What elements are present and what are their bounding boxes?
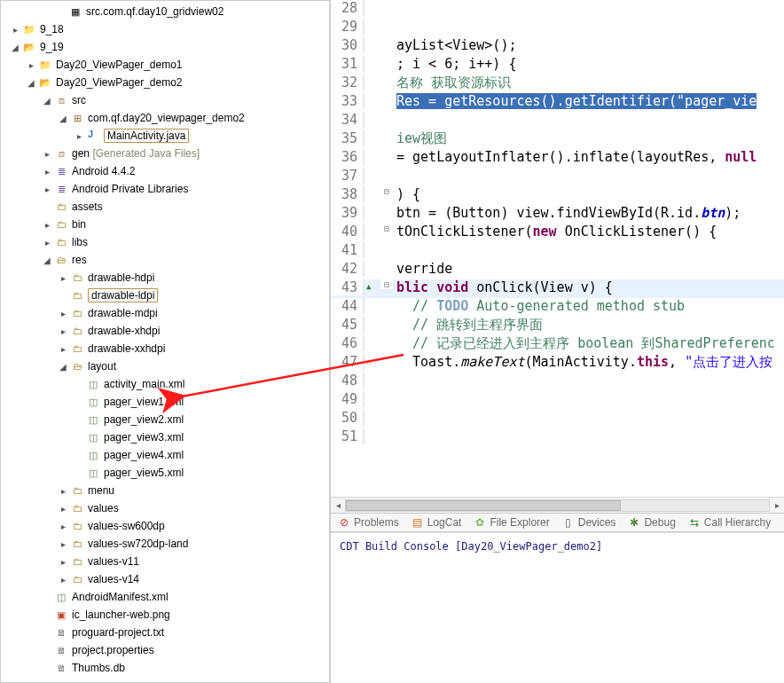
expand-icon[interactable]: ▸ [56, 324, 70, 338]
fold-icon[interactable]: ⊟ [380, 186, 393, 196]
code-line[interactable]: Toast.makeText(MainActivity.this, "点击了进入… [393, 354, 784, 371]
collapse-icon[interactable]: ◢ [24, 75, 38, 90]
collapse-icon[interactable]: ◢ [40, 253, 54, 267]
tree-item[interactable]: ▸ 🗀 drawable-hdpi [1, 269, 329, 287]
code-line[interactable]: verride [393, 261, 784, 277]
tree-item[interactable]: ▸ ◫ activity_main.xml [1, 375, 329, 393]
console-view[interactable]: CDT Build Console [Day20_ViewPager_demo2… [331, 532, 784, 683]
tree-item-pager-view1[interactable]: ▸ ◫ pager_view1.xml [1, 393, 329, 411]
expand-icon[interactable]: ▸ [40, 235, 54, 249]
expand-icon[interactable]: ▸ [72, 129, 86, 143]
code-editor[interactable]: 28 29 30ayList<View>(); 31; i < 6; i++) … [331, 0, 784, 513]
tree-item[interactable]: ▸ 🗀 drawable-mdpi [1, 304, 329, 322]
tab-logcat[interactable]: ▤LogCat [412, 516, 462, 529]
tree-item[interactable]: ◢ 📂 Day20_ViewPager_demo2 [1, 74, 329, 91]
tree-item-drawable-ldpi[interactable]: ▸ 🗀 drawable-ldpi [1, 287, 329, 304]
tree-label: com.qf.day20_viewpager_demo2 [88, 112, 245, 124]
code-line[interactable]: = getLayoutInflater().inflate(layoutRes,… [393, 149, 784, 165]
tree-item-main-activity[interactable]: ▸ MainActivity.java [1, 127, 329, 145]
tab-debug[interactable]: ✱Debug [628, 516, 675, 529]
scrollbar-thumb[interactable] [346, 500, 621, 511]
tree-item[interactable]: ◢ ⧈ src [1, 91, 329, 109]
tree-item[interactable]: ▸ 🗀 bin [1, 216, 329, 233]
code-line[interactable]: 名称 获取资源标识 [393, 75, 784, 91]
tab-call-hierarchy[interactable]: ⇆Call Hierarchy [688, 516, 771, 529]
collapse-icon[interactable]: ◢ [56, 359, 70, 373]
tree-label: res [72, 254, 87, 266]
tree-item[interactable]: ◢ 📂 9_19 [1, 38, 329, 56]
tree-item[interactable]: ▸ 📁 9_18 [1, 20, 329, 38]
expand-icon[interactable]: ▸ [40, 217, 54, 232]
project-explorer[interactable]: ▸ ▦ src.com.qf.day10_gridview02 ▸ 📁 9_18… [0, 0, 330, 683]
scroll-right-icon[interactable]: ▸ [770, 500, 784, 510]
xml-file-icon: ◫ [86, 430, 100, 444]
expand-icon[interactable]: ▸ [40, 164, 54, 178]
collapse-icon[interactable]: ◢ [40, 93, 54, 107]
tree-item[interactable]: ▸ 🗀 values-sw720dp-land [1, 535, 329, 553]
expand-icon[interactable]: ▸ [56, 483, 70, 498]
expand-icon[interactable]: ▸ [56, 271, 70, 285]
line-number: 34 [331, 112, 365, 128]
tree-item[interactable]: ▸ 🗀 libs [1, 233, 329, 251]
tree-item[interactable]: ▸ 🗀 values [1, 499, 329, 517]
fold-icon[interactable]: ⊟ [380, 224, 393, 233]
expand-icon[interactable]: ▸ [8, 22, 22, 36]
tab-devices[interactable]: ▯Devices [562, 516, 616, 529]
tree-item[interactable]: ▸ 🗀 values-sw600dp [1, 517, 329, 535]
code-line[interactable]: btn = (Button) view.findViewById(R.id.bt… [393, 205, 784, 221]
tree-item[interactable]: ◢ 🗁 layout [1, 357, 329, 375]
code-line[interactable]: ; i < 6; i++) { [393, 56, 784, 72]
tree-item[interactable]: ▸ 🗎 proguard-project.txt [1, 624, 329, 641]
tree-item[interactable]: ▸ ⧈ gen [Generated Java Files] [1, 145, 329, 162]
expand-icon[interactable]: ▸ [40, 182, 54, 196]
code-line-selected[interactable]: Res = getResources().getIdentifier("page… [393, 93, 784, 109]
expand-icon[interactable]: ▸ [56, 554, 70, 569]
expand-icon[interactable]: ▸ [56, 342, 70, 356]
tree-item[interactable]: ◢ 🗁 res [1, 251, 329, 269]
tree-item[interactable]: ▸ ≣ Android 4.4.2 [1, 162, 329, 180]
folder-icon: 🗀 [70, 501, 84, 515]
expand-icon[interactable]: ▸ [56, 572, 70, 586]
tree-item[interactable]: ▸ 🗀 values-v11 [1, 553, 329, 570]
tab-file-explorer[interactable]: ✿File Explorer [474, 516, 549, 529]
expand-icon[interactable]: ▸ [56, 501, 70, 515]
tree-item[interactable]: ▸ 🗀 menu [1, 482, 329, 499]
tree-item[interactable]: ▸ ◫ pager_view4.xml [1, 446, 329, 464]
code-line[interactable]: // TODO Auto-generated method stub [393, 298, 784, 314]
tree-item[interactable]: ◢ ⊞ com.qf.day20_viewpager_demo2 [1, 109, 329, 127]
tree-item[interactable]: ▸ 🗀 drawable-xhdpi [1, 322, 329, 340]
folder-icon: 🗀 [70, 342, 84, 356]
tree-item[interactable]: ▸ 🗀 values-v14 [1, 570, 329, 588]
tree-item[interactable]: ▸ ◫ pager_view2.xml [1, 411, 329, 428]
tree-item[interactable]: ▸ 🗀 drawable-xxhdpi [1, 340, 329, 357]
tree-item[interactable]: ▸ 🗎 Thumbs.db [1, 659, 329, 677]
expand-icon[interactable]: ▸ [24, 58, 38, 72]
code-line[interactable]: ayList<View>(); [393, 37, 784, 53]
expand-icon[interactable]: ▸ [56, 306, 70, 320]
code-line[interactable]: // 记录已经进入到主程序 boolean 到SharedPreferenc [393, 335, 784, 352]
tree-item[interactable]: ▸ 🗀 assets [1, 198, 329, 216]
expand-icon[interactable]: ▸ [56, 519, 70, 533]
tree-item[interactable]: ▸ 🗎 project.properties [1, 641, 329, 659]
tree-item[interactable]: ▸ ◫ AndroidManifest.xml [1, 588, 329, 606]
code-line[interactable]: blic void onClick(View v) { [393, 279, 784, 295]
horizontal-scrollbar[interactable]: ◂ ▸ [331, 497, 784, 513]
fold-icon[interactable]: ⊟ [380, 279, 393, 289]
tree-item[interactable]: ▸ ◫ pager_view5.xml [1, 464, 329, 482]
scroll-left-icon[interactable]: ◂ [331, 500, 345, 510]
expand-icon[interactable]: ▸ [40, 146, 54, 161]
tab-problems[interactable]: ⊘Problems [338, 516, 399, 529]
code-line[interactable]: tOnClickListener(new OnClickListener() { [393, 224, 784, 239]
tree-item[interactable]: ▸ ≣ Android Private Libraries [1, 180, 329, 198]
code-line[interactable]: ) { [393, 186, 784, 202]
tree-label: project.properties [72, 644, 154, 656]
expand-icon[interactable]: ▸ [56, 537, 70, 551]
code-line[interactable]: iew视图 [393, 130, 784, 147]
code-line[interactable]: // 跳转到主程序界面 [393, 317, 784, 334]
collapse-icon[interactable]: ◢ [56, 111, 70, 125]
tree-item[interactable]: ▸ ▦ src.com.qf.day10_gridview02 [1, 3, 329, 20]
tree-item[interactable]: ▸ ▣ ic_launcher-web.png [1, 606, 329, 624]
tree-item[interactable]: ▸ ◫ pager_view3.xml [1, 428, 329, 446]
tree-item[interactable]: ▸ 📁 Day20_ViewPager_demo1 [1, 56, 329, 74]
collapse-icon[interactable]: ◢ [8, 40, 22, 54]
